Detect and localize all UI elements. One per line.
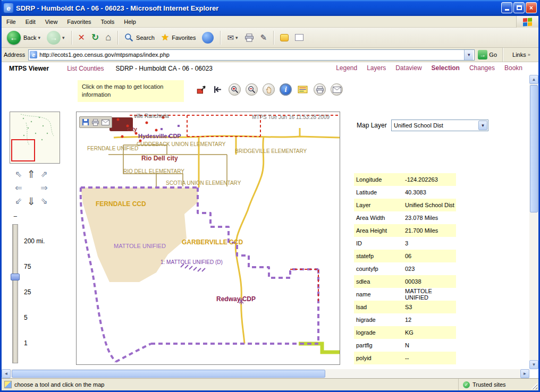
zoom-out-button[interactable] xyxy=(246,83,258,96)
previous-extent-button[interactable] xyxy=(212,83,224,96)
pan-right-button[interactable]: ⇒ xyxy=(38,181,50,194)
info-icon: i xyxy=(284,85,286,94)
pan-down-button[interactable]: ⇓ xyxy=(25,194,38,208)
scroll-left-button[interactable]: ◄ xyxy=(2,369,11,378)
pan-se-button[interactable]: ⇘ xyxy=(38,194,50,208)
nav-link[interactable]: Layers xyxy=(367,64,386,72)
menu-item[interactable]: View xyxy=(40,17,63,27)
zoom-slider-track[interactable] xyxy=(12,224,18,363)
ie-app-icon: e xyxy=(4,3,13,13)
print-map-button[interactable] xyxy=(314,83,326,96)
close-button[interactable]: × xyxy=(526,2,537,13)
back-button[interactable]: ← Back ▾ xyxy=(5,30,43,46)
attribute-row: partflg N xyxy=(354,339,456,352)
forward-button[interactable]: → ▾ xyxy=(45,30,67,46)
scroll-up-button[interactable]: ▲ xyxy=(529,75,538,84)
overview-map[interactable] xyxy=(10,112,60,164)
scroll-right-button[interactable]: ► xyxy=(520,369,529,378)
select-dropdown-icon[interactable]: ▾ xyxy=(478,121,487,130)
menu-item[interactable]: Favorites xyxy=(62,17,96,27)
nav-link[interactable]: Legend xyxy=(336,64,357,72)
menu-item[interactable]: File xyxy=(2,17,21,27)
map-label: ville Rancheria xyxy=(134,113,169,119)
menu-item[interactable]: Help xyxy=(119,17,141,27)
save-icon[interactable] xyxy=(82,118,89,126)
home-button[interactable]: ⌂ xyxy=(103,31,113,44)
messenger-button[interactable] xyxy=(278,33,291,42)
previous-extent-icon xyxy=(213,85,222,94)
nav-link[interactable]: Selection xyxy=(432,64,460,72)
location-info-tool-button[interactable] xyxy=(195,83,207,96)
attribute-key: polyid xyxy=(354,352,403,364)
attribute-value: -- xyxy=(403,352,456,364)
pan-left-button[interactable]: ⇐ xyxy=(12,181,25,194)
info-tool-button[interactable]: i xyxy=(280,83,292,96)
overview-map-canvas xyxy=(10,112,60,163)
attribute-row: lograde KG xyxy=(354,326,456,339)
refresh-button[interactable]: ↻ xyxy=(89,31,101,44)
email-map-button[interactable] xyxy=(331,83,343,96)
map-viewport[interactable]: ville RancheriacityHydesville CDPCUDDEBA… xyxy=(76,112,340,365)
forward-dropdown-icon[interactable]: ▾ xyxy=(62,35,65,40)
pan-ne-button[interactable]: ⇗ xyxy=(38,167,50,181)
map-layer-select[interactable]: Unified School Dist ▾ xyxy=(391,120,488,131)
map-label: SCOTIA UNION ELEMENTARY xyxy=(166,180,241,186)
menu-item[interactable]: Tools xyxy=(96,17,120,27)
address-dropdown-icon[interactable]: ▾ xyxy=(464,50,473,60)
zoom-scale-labels: 200 mi.752551 xyxy=(24,237,45,365)
edit-button[interactable]: ✎ xyxy=(258,32,269,44)
toolbar-separator xyxy=(117,31,118,45)
map-label: Redway CDP xyxy=(216,295,256,303)
window-title: SDRP - Humboldt CA - 06 - 06023 - Micros… xyxy=(16,4,218,12)
vertical-scroll-thumb[interactable] xyxy=(530,85,538,212)
back-label: Back xyxy=(23,35,36,41)
attribute-key: ID xyxy=(354,237,403,250)
mail-dropdown-icon[interactable]: ▾ xyxy=(235,35,238,40)
minimize-button[interactable] xyxy=(501,2,512,13)
go-button[interactable]: → Go xyxy=(478,50,497,59)
links-button[interactable]: Links » xyxy=(512,52,530,58)
map-mini-toolbar xyxy=(79,116,112,128)
attribute-value: 023 xyxy=(403,262,456,275)
email-small-icon[interactable] xyxy=(102,120,109,125)
zoom-slider-thumb[interactable] xyxy=(11,274,20,280)
stop-button[interactable]: ✕ xyxy=(76,31,87,44)
mail-icon: ✉ xyxy=(227,33,234,42)
search-button[interactable]: Search xyxy=(122,32,157,43)
attribute-table: Longitude -124.202263 Latitude 40.3083 L… xyxy=(354,173,456,364)
zoom-in-button[interactable] xyxy=(229,83,241,96)
attribute-key: countyfp xyxy=(354,262,403,275)
maximize-button[interactable] xyxy=(513,2,525,13)
media-button[interactable] xyxy=(200,31,216,45)
nav-link[interactable]: Bookn xyxy=(504,64,522,72)
attributes-tool-button[interactable] xyxy=(297,83,309,96)
list-counties-link[interactable]: List Counties xyxy=(67,65,104,72)
attribute-value: 3 xyxy=(403,237,456,250)
fullscreen-icon xyxy=(295,34,303,41)
menu-item[interactable]: Edit xyxy=(21,17,40,27)
horizontal-scroll-thumb[interactable] xyxy=(12,370,325,378)
nav-link[interactable]: Dataview xyxy=(395,64,421,72)
zoom-in-icon xyxy=(231,86,239,93)
attribute-row: ID 3 xyxy=(354,237,456,250)
address-url[interactable]: http://ecots1.geo.census.gov/mtpsmaps/in… xyxy=(39,52,462,58)
zoom-out-icon xyxy=(248,86,256,93)
pan-up-button[interactable]: ⇑ xyxy=(25,167,38,181)
print-small-icon[interactable] xyxy=(91,119,99,126)
scroll-down-button[interactable]: ▼ xyxy=(529,360,538,369)
vertical-scrollbar[interactable]: ▲ ▼ xyxy=(529,75,538,369)
horizontal-scrollbar[interactable]: ◄ ► xyxy=(2,369,529,378)
pan-nw-button[interactable]: ⇖ xyxy=(12,167,25,181)
back-dropdown-icon[interactable]: ▾ xyxy=(38,35,40,40)
fullscreen-button[interactable] xyxy=(293,33,306,42)
messenger-icon xyxy=(280,34,289,41)
map-hint-box: Click on the map to get location informa… xyxy=(78,80,184,102)
pan-sw-button[interactable]: ⇙ xyxy=(12,194,25,208)
nav-link[interactable]: Changes xyxy=(469,64,495,72)
print-button[interactable] xyxy=(242,32,256,43)
mail-button[interactable]: ✉ ▾ xyxy=(225,32,240,44)
favorites-button[interactable]: ★ Favorites xyxy=(159,31,198,44)
address-input[interactable]: e http://ecots1.geo.census.gov/mtpsmaps/… xyxy=(28,49,475,61)
map-label: MATTOLE UNIFIED xyxy=(114,243,166,249)
pan-button[interactable] xyxy=(263,83,275,96)
